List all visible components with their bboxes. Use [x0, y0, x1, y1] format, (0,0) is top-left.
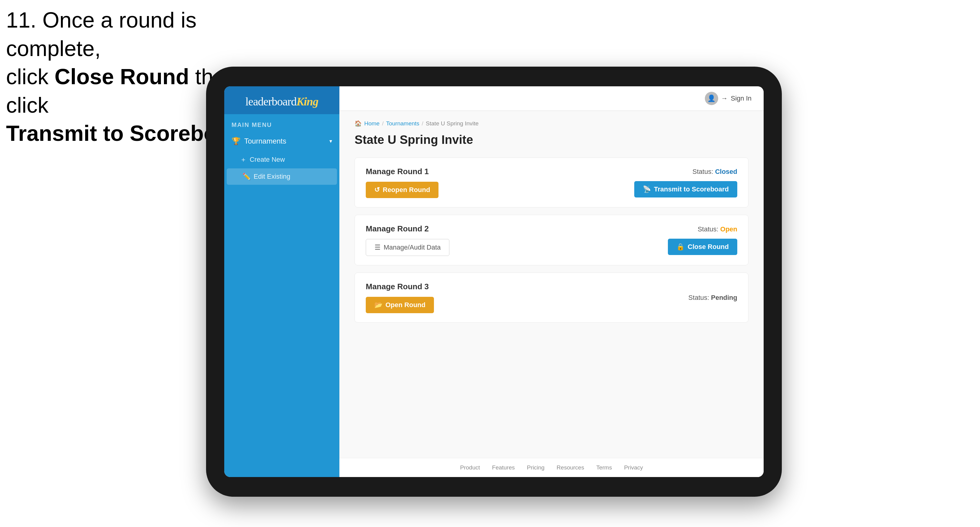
sign-in-button[interactable]: 👤 → Sign In: [705, 92, 752, 105]
create-new-label: Create New: [250, 156, 285, 163]
logo-leaderboard: leaderboard: [245, 95, 296, 108]
edit-icon: ✏️: [242, 173, 251, 181]
main-menu-label: MAIN MENU: [224, 114, 339, 132]
close-round-label: Close Round: [687, 243, 729, 251]
round-1-card: Manage Round 1 ↺ Reopen Round Status: Cl…: [355, 157, 748, 208]
chevron-down-icon: ▾: [329, 138, 332, 144]
audit-icon: ☰: [375, 243, 380, 251]
round-2-title: Manage Round 2: [366, 224, 449, 233]
round-3-right: Status: Pending: [689, 294, 737, 302]
tablet-screen: leaderboardKing MAIN MENU 🏆 Tournaments …: [224, 86, 764, 477]
lock-icon: 🔒: [676, 243, 684, 251]
page-title: State U Spring Invite: [355, 133, 748, 147]
footer-features[interactable]: Features: [492, 464, 515, 471]
footer-product[interactable]: Product: [460, 464, 480, 471]
breadcrumb-current: State U Spring Invite: [426, 120, 479, 127]
page-body: 🏠 Home / Tournaments / State U Spring In…: [339, 111, 764, 458]
plus-icon: ＋: [240, 155, 247, 164]
manage-audit-label: Manage/Audit Data: [383, 243, 441, 251]
open-round-button[interactable]: 📂 Open Round: [366, 297, 434, 313]
sidebar-edit-existing[interactable]: ✏️ Edit Existing: [227, 168, 337, 185]
breadcrumb-sep2: /: [422, 120, 423, 127]
transmit-to-scoreboard-button[interactable]: 📡 Transmit to Scoreboard: [634, 181, 737, 197]
round-1-left: Manage Round 1 ↺ Reopen Round: [366, 167, 439, 198]
round-3-card: Manage Round 3 📂 Open Round Status: Pend…: [355, 273, 748, 322]
reopen-icon: ↺: [374, 186, 380, 194]
footer-pricing[interactable]: Pricing: [527, 464, 544, 471]
tablet-device: leaderboardKing MAIN MENU 🏆 Tournaments …: [206, 67, 782, 497]
manage-audit-button[interactable]: ☰ Manage/Audit Data: [366, 239, 449, 256]
reopen-round-button[interactable]: ↺ Reopen Round: [366, 182, 439, 198]
sidebar-item-tournaments[interactable]: 🏆 Tournaments ▾: [224, 132, 339, 151]
sidebar: leaderboardKing MAIN MENU 🏆 Tournaments …: [224, 86, 339, 477]
breadcrumb-sep1: /: [382, 120, 383, 127]
round-3-title: Manage Round 3: [366, 282, 434, 291]
round-3-left: Manage Round 3 📂 Open Round: [366, 282, 434, 313]
transmit-icon: 📡: [643, 185, 651, 193]
avatar: 👤: [705, 92, 718, 105]
open-round-label: Open Round: [385, 301, 425, 309]
logo-king: King: [296, 95, 318, 108]
breadcrumb-home[interactable]: Home: [364, 120, 380, 127]
sidebar-tournaments-inner: 🏆 Tournaments: [232, 137, 286, 145]
sign-in-label: →: [721, 95, 728, 102]
round-2-left: Manage Round 2 ☰ Manage/Audit Data: [366, 224, 449, 256]
footer-resources[interactable]: Resources: [557, 464, 584, 471]
open-icon: 📂: [374, 301, 382, 309]
round-3-status: Status: Pending: [689, 294, 737, 302]
breadcrumb: 🏠 Home / Tournaments / State U Spring In…: [355, 120, 748, 127]
home-icon: 🏠: [355, 120, 362, 127]
round-2-card: Manage Round 2 ☰ Manage/Audit Data Statu…: [355, 215, 748, 265]
footer-terms[interactable]: Terms: [597, 464, 612, 471]
reopen-round-label: Reopen Round: [383, 186, 430, 194]
round-2-right: Status: Open 🔒 Close Round: [668, 225, 737, 255]
top-nav: 👤 → Sign In: [339, 86, 764, 111]
logo: leaderboardKing: [245, 95, 318, 108]
edit-existing-label: Edit Existing: [254, 173, 290, 181]
footer: Product Features Pricing Resources Terms…: [339, 458, 764, 477]
sidebar-tournaments-label: Tournaments: [244, 137, 286, 145]
round-2-status: Status: Open: [698, 225, 737, 233]
instruction-close-round: Close Round: [54, 65, 189, 89]
main-content: 👤 → Sign In 🏠 Home / Tournaments / State…: [339, 86, 764, 477]
transmit-label: Transmit to Scoreboard: [654, 185, 729, 193]
close-round-button[interactable]: 🔒 Close Round: [668, 239, 737, 255]
round-1-title: Manage Round 1: [366, 167, 439, 176]
instruction-line1: 11. Once a round is complete,: [6, 8, 196, 60]
sign-in-text: Sign In: [731, 95, 752, 102]
footer-privacy[interactable]: Privacy: [624, 464, 643, 471]
trophy-icon: 🏆: [232, 137, 240, 145]
logo-area: leaderboardKing: [224, 86, 339, 114]
sidebar-create-new[interactable]: ＋ Create New: [224, 151, 339, 168]
breadcrumb-tournaments[interactable]: Tournaments: [386, 120, 419, 127]
round-1-status: Status: Closed: [692, 168, 737, 176]
instruction-line2-prefix: click: [6, 65, 54, 89]
round-1-right: Status: Closed 📡 Transmit to Scoreboard: [634, 168, 737, 197]
